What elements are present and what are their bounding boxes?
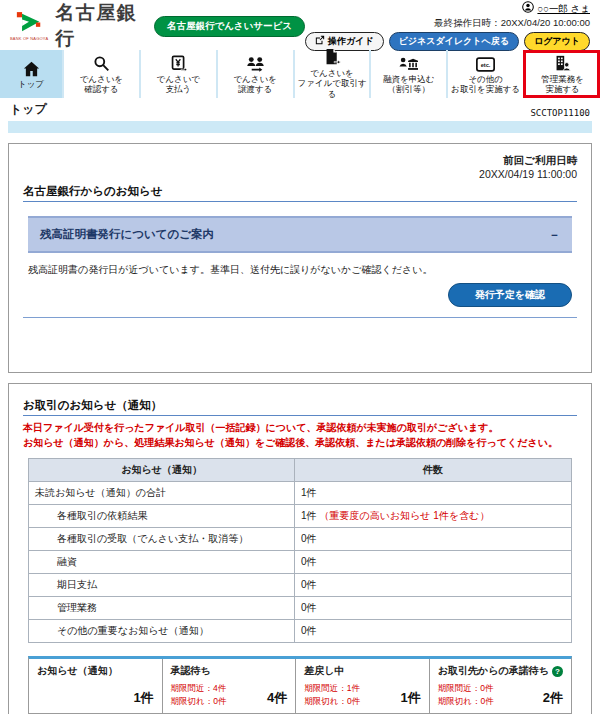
bank-notice-panel: 前回ご利用日時 20XX/04/19 11:00:00 名古屋銀行からのお知らせ… [8, 143, 592, 373]
warning-line1: 本日ファイル受付を行ったファイル取引（一括記録）について、承認依頼が未実施の取引… [23, 421, 577, 436]
main-nav: トップでんさいを確認するでんさいで支払うでんさいを譲渡するでんさいをファイルで取… [0, 50, 600, 98]
people-transfer-icon [246, 54, 265, 72]
external-link-icon [315, 35, 325, 47]
file-transfer-icon [324, 49, 341, 66]
notice-count: 0件 [295, 551, 572, 574]
transaction-notice-panel: お取引のお知らせ（通知） 本日ファイル受付を行ったファイル取引（一括記録）につい… [8, 383, 592, 714]
building-person-icon [554, 54, 571, 72]
user-name-link[interactable]: ○○一郎 さま [537, 3, 590, 15]
home-icon [23, 59, 40, 77]
header: BANK OF NAGOYA 名古屋銀行 名古屋銀行でんさいサービス ○○一郎 … [0, 0, 600, 50]
notice-count: 0件 [295, 620, 572, 643]
notice-category: 未読お知らせ（通知）の合計 [29, 482, 295, 505]
nav-item-label: トップ [18, 79, 44, 89]
card-title: お知らせ（通知） [37, 664, 118, 678]
notice-category: 管理業務 [29, 597, 295, 620]
bank-logo-caption: BANK OF NAGOYA [10, 36, 48, 41]
previous-login-datetime: 20XX/04/19 11:00:00 [23, 168, 577, 180]
guide-button[interactable]: 操作ガイド [305, 32, 384, 51]
section-divider [23, 317, 577, 318]
person-bank-icon [399, 54, 418, 72]
warning-line2: お知らせ（通知）から、処理結果お知らせ（通知）をご確認後、承認依頼、または承認依… [23, 436, 577, 451]
nav-item-file[interactable]: でんさいをファイルで取引する [293, 50, 370, 98]
user-icon [522, 1, 534, 16]
card-title: 承認待ち [171, 664, 211, 678]
yen-document-icon [170, 54, 187, 72]
search-icon [93, 54, 110, 72]
help-icon[interactable]: ? [552, 666, 563, 677]
card-count: 1件 [401, 689, 421, 707]
nav-item-loan[interactable]: 融資を申込む（割引等） [369, 50, 446, 98]
notice-table-header-count: 件数 [295, 459, 572, 482]
bank-logo-icon [16, 11, 42, 36]
divider-band [8, 121, 592, 133]
nav-item-admin[interactable]: 管理業務を実施する [523, 50, 600, 98]
nav-item-label: でんさいを確認する [80, 74, 124, 94]
notice-count: 0件 [295, 574, 572, 597]
user-line: ○○一郎 さま [305, 1, 590, 16]
nav-item-label: でんさいを譲渡する [233, 74, 277, 94]
breadcrumb: トップ [10, 101, 47, 118]
nav-item-label: でんさいをファイルで取引する [295, 68, 370, 99]
svg-text:etc.: etc. [481, 62, 491, 68]
back-to-direct-button[interactable]: ビジネスダイレクトへ戻る [389, 32, 519, 51]
notice-table-row: 各種取引の依頼結果1件 （重要度の高いお知らせ 1件を含む） [29, 505, 572, 528]
last-operation-datetime: 最終操作日時：20XX/04/20 10:00:00 [305, 17, 590, 29]
card-count: 1件 [133, 689, 153, 707]
notice-category: 融資 [29, 551, 295, 574]
nav-item-pay[interactable]: でんさいで支払う [139, 50, 216, 98]
service-badge: 名古屋銀行でんさいサービス [154, 16, 305, 37]
notice-category: 各種取引の受取（でんさい支払・取消等） [29, 528, 295, 551]
notice-count: 1件 （重要度の高いお知らせ 1件を含む） [295, 505, 572, 528]
nav-item-top[interactable]: トップ [0, 50, 62, 98]
card-count: 4件 [267, 689, 287, 707]
summary-card-approval-waiting: 承認待ち期限間近：4件期限切れ：0件4件 [162, 659, 296, 713]
nav-item-label: 管理業務を実施する [541, 74, 584, 94]
bank-logo: BANK OF NAGOYA 名古屋銀行 名古屋銀行でんさいサービス [10, 0, 305, 52]
status-summary-cards: お知らせ（通知）1件承認待ち期限間近：4件期限切れ：0件4件差戻し中期限間近：1… [28, 656, 572, 714]
logout-button[interactable]: ログアウト [524, 32, 590, 51]
nav-item-confirm[interactable]: でんさいを確認する [62, 50, 139, 98]
notice-table-row: その他の重要なお知らせ（通知）0件 [29, 620, 572, 643]
banner-title: 残高証明書発行についてのご案内 [40, 227, 214, 242]
notice-table-row: 期日支払0件 [29, 574, 572, 597]
notice-table-row: 融資0件 [29, 551, 572, 574]
guide-button-label: 操作ガイド [328, 35, 374, 48]
breadcrumb-row: トップ SCCTOP11100 [0, 98, 600, 119]
nav-item-label: その他のお取引を実施する [451, 74, 520, 94]
notice-category: その他の重要なお知らせ（通知） [29, 620, 295, 643]
page-code: SCCTOP11100 [530, 108, 590, 118]
notice-table-row: 管理業務0件 [29, 597, 572, 620]
transaction-notice-title: お取引のお知らせ（通知） [23, 398, 577, 416]
collapse-icon[interactable]: − [549, 229, 560, 241]
summary-card-partner-consent-waiting: お取引先からの承諾待ち?期限間近：0件期限切れ：0件2件 [429, 659, 571, 713]
previous-login-label: 前回ご利用日時 [23, 154, 577, 168]
nav-item-other[interactable]: etc.その他のお取引を実施する [446, 50, 523, 98]
bank-notice-title: 名古屋銀行からのお知らせ [23, 184, 577, 202]
notice-table-row: 各種取引の受取（でんさい支払・取消等）0件 [29, 528, 572, 551]
notice-category: 期日支払 [29, 574, 295, 597]
banner-body-text: 残高証明書の発行日が近づいています。基準日、送付先に誤りがないかご確認ください。 [28, 263, 572, 277]
balance-certificate-banner: 残高証明書発行についてのご案内 − [28, 216, 572, 253]
notice-count: 0件 [295, 528, 572, 551]
notice-category: 各種取引の依頼結果 [29, 505, 295, 528]
notice-table-row: 未読お知らせ（通知）の合計1件 [29, 482, 572, 505]
notice-count-note: （重要度の高いお知らせ 1件を含む） [317, 510, 490, 521]
card-title: 差戻し中 [304, 664, 344, 678]
bank-name: 名古屋銀行 [55, 0, 144, 52]
nav-item-label: でんさいで支払う [157, 74, 201, 94]
nav-item-transfer[interactable]: でんさいを譲渡する [216, 50, 293, 98]
notice-table: お知らせ（通知） 件数 未読お知らせ（通知）の合計1件各種取引の依頼結果1件 （… [28, 458, 572, 643]
summary-card-sent-back: 差戻し中期限間近：1件期限切れ：0件1件 [295, 659, 429, 713]
card-title: お取引先からの承諾待ち [438, 664, 549, 678]
etc-icon: etc. [476, 54, 495, 72]
nav-item-label: 融資を申込む（割引等） [383, 74, 434, 94]
notice-count: 0件 [295, 597, 572, 620]
notice-table-header-category: お知らせ（通知） [29, 459, 295, 482]
issuance-schedule-button[interactable]: 発行予定を確認 [448, 283, 572, 307]
previous-login: 前回ご利用日時 20XX/04/19 11:00:00 [23, 154, 577, 180]
summary-card-notifications: お知らせ（通知）1件 [29, 659, 162, 713]
card-count: 2件 [543, 689, 563, 707]
warning-text: 本日ファイル受付を行ったファイル取引（一括記録）について、承認依頼が未実施の取引… [23, 421, 577, 450]
notice-count: 1件 [295, 482, 572, 505]
